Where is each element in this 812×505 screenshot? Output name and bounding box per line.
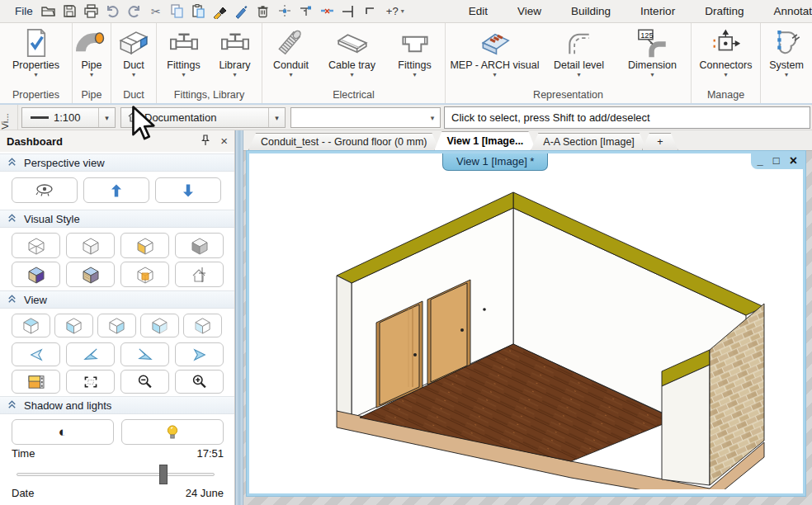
file-menu[interactable]: File <box>10 3 38 19</box>
conduit-button[interactable]: Conduit ▾ <box>263 23 319 85</box>
view-back-button[interactable] <box>140 314 179 337</box>
style-textured-button[interactable] <box>66 262 115 287</box>
print-icon[interactable] <box>81 2 102 21</box>
snap-node-icon[interactable] <box>274 2 295 21</box>
rotate-down-right-button[interactable] <box>120 342 169 366</box>
style-xray-button[interactable] <box>120 262 169 287</box>
cable-tray-dropdown-arrow[interactable]: ▾ <box>350 71 353 78</box>
system-dropdown-arrow[interactable]: ▾ <box>785 71 788 78</box>
fittings-button[interactable]: Fittings ▾ <box>158 23 210 85</box>
panel-splitter[interactable] <box>235 130 243 505</box>
snap-perpendicular-icon[interactable] <box>338 2 360 21</box>
section-perspective-view[interactable]: Perspective view <box>0 153 234 172</box>
delete-trash-icon[interactable] <box>253 2 274 21</box>
duct-dropdown-arrow[interactable]: ▾ <box>132 71 135 78</box>
menu-edit[interactable]: Edit <box>462 2 494 20</box>
scale-combo[interactable]: 1:100 ▾ <box>21 107 116 128</box>
mep-arch-visual-button[interactable]: MEP - ARCH visual ▾ <box>446 23 544 85</box>
minimize-icon[interactable]: _ <box>758 153 763 168</box>
view-left-button[interactable] <box>183 314 222 337</box>
menu-building[interactable]: Building <box>564 2 617 20</box>
open-folder-icon[interactable] <box>38 2 59 21</box>
shadow-toggle-button[interactable]: ◐ <box>12 419 114 445</box>
view-front-button[interactable] <box>54 314 93 337</box>
electrical-fittings-dropdown-arrow[interactable]: ▾ <box>413 71 416 78</box>
detail-level-button[interactable]: Detail level ▾ <box>544 23 615 85</box>
library-button[interactable]: Library ▾ <box>210 23 261 85</box>
library-dropdown-arrow[interactable]: ▾ <box>233 71 236 78</box>
dimension-button[interactable]: 125 Dimension ▾ <box>615 23 691 85</box>
properties-dropdown-arrow[interactable]: ▾ <box>34 71 37 78</box>
undo-icon[interactable] <box>102 2 124 21</box>
tab-section[interactable]: A-A Section [Image] <box>531 133 646 150</box>
style-shaded-button[interactable] <box>120 233 169 258</box>
conduit-dropdown-arrow[interactable]: ▾ <box>289 71 292 78</box>
tab-new-plus[interactable]: + <box>642 133 678 150</box>
rotate-left-button[interactable] <box>12 342 60 366</box>
properties-button[interactable]: Properties ▾ <box>1 23 72 85</box>
search-dropdown-arrow[interactable]: ▾ <box>425 108 440 127</box>
section-visual-style[interactable]: Visual Style <box>0 210 234 228</box>
cut-icon[interactable]: ✂ <box>145 2 167 21</box>
search-combo[interactable]: ▾ <box>290 107 441 128</box>
fittings-dropdown-arrow[interactable]: ▾ <box>182 71 185 78</box>
snap-offset-icon[interactable] <box>295 2 317 21</box>
section-view[interactable]: View <box>0 290 234 309</box>
maximize-icon[interactable]: □ <box>773 153 780 168</box>
rotate-right-button[interactable] <box>175 342 224 366</box>
view-right-button[interactable] <box>97 314 136 337</box>
electrical-fittings-button[interactable]: Fittings ▾ <box>385 23 445 85</box>
layer-combo[interactable]: Documentation ▾ <box>120 107 286 128</box>
image-view-button[interactable] <box>12 370 60 394</box>
menu-view[interactable]: View <box>511 2 548 20</box>
menu-annotate[interactable]: Annotate <box>767 2 812 20</box>
rotate-down-left-button[interactable] <box>66 342 115 366</box>
system-button[interactable]: System ▾ <box>762 23 811 85</box>
style-color-button[interactable] <box>12 262 60 287</box>
style-wireframe-button[interactable] <box>12 233 60 258</box>
section-shadow-lights[interactable]: Shadow and lights <box>0 396 234 414</box>
tab-view1[interactable]: View 1 [Image... <box>434 131 536 150</box>
style-section-axo-button[interactable] <box>175 262 224 287</box>
time-slider-track[interactable] <box>17 473 215 476</box>
view-top-button[interactable] <box>12 314 50 337</box>
menu-interior[interactable]: Interior <box>634 2 682 20</box>
elevation-up-button[interactable] <box>83 177 149 203</box>
time-slider[interactable] <box>17 466 215 483</box>
style-hidden-line-button[interactable] <box>66 233 115 258</box>
dimension-dropdown-arrow[interactable]: ▾ <box>650 71 654 78</box>
corner-tool-icon[interactable] <box>360 2 381 21</box>
mep-arch-dropdown-arrow[interactable]: ▾ <box>493 71 496 78</box>
close-panel-icon[interactable]: × <box>220 135 228 147</box>
pen-pick-icon[interactable] <box>231 2 253 21</box>
duct-button[interactable]: Duct ▾ <box>111 23 156 85</box>
elevation-down-button[interactable] <box>155 177 221 203</box>
layer-dropdown-arrow[interactable]: ▾ <box>268 108 285 127</box>
menu-drafting[interactable]: Drafting <box>698 2 750 20</box>
redo-icon[interactable] <box>124 2 145 21</box>
point-help-icon[interactable]: +?▾ <box>381 2 409 21</box>
pipe-button[interactable]: Pipe ▾ <box>73 23 111 85</box>
cable-tray-button[interactable]: Cable tray ▾ <box>319 23 385 85</box>
scale-dropdown-arrow[interactable]: ▾ <box>98 108 115 127</box>
zoom-out-button[interactable] <box>120 370 169 394</box>
detail-level-dropdown-arrow[interactable]: ▾ <box>577 71 580 78</box>
paste-icon[interactable] <box>188 2 210 21</box>
pin-icon[interactable] <box>201 135 210 149</box>
view1-canvas[interactable]: View 1 [Image] * _ □ × <box>249 153 803 493</box>
zoom-fit-button[interactable] <box>66 370 115 394</box>
copy-icon[interactable] <box>167 2 188 21</box>
connectors-dropdown-arrow[interactable]: ▾ <box>724 71 727 78</box>
connectors-button[interactable]: Connectors ▾ <box>692 23 760 85</box>
format-brush-icon[interactable] <box>210 2 231 21</box>
tab-ground-floor[interactable]: Conduit_test - - Ground floor (0 mm) <box>248 133 439 150</box>
save-icon[interactable] <box>59 2 81 21</box>
view-strip[interactable]: Vi... <box>0 105 18 130</box>
view-window-title[interactable]: View 1 [Image] * <box>442 153 548 171</box>
lights-toggle-button[interactable] <box>121 419 224 445</box>
time-slider-handle[interactable] <box>159 465 168 484</box>
style-gray-shaded-button[interactable] <box>175 233 224 258</box>
pipe-dropdown-arrow[interactable]: ▾ <box>90 71 93 78</box>
zoom-in-button[interactable] <box>175 370 224 394</box>
perspective-eye-button[interactable] <box>12 177 78 203</box>
